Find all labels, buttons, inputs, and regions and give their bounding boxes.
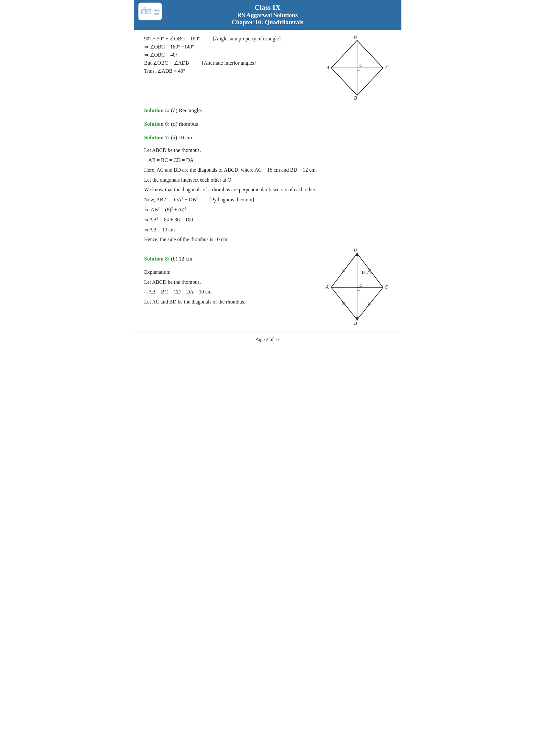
para-s7-6: Now, AB2 = OA2 + OB2 [Pythagoras theorem… <box>144 196 391 204</box>
para-s7-2: ∴ AB = BC = CD = DA <box>144 156 391 165</box>
math-line-3: ⇒ ∠OBC = 40° <box>144 52 317 58</box>
page-header: Study Path Class IX RS Aggarwal Solution… <box>134 0 401 30</box>
math-line-4: But ∠OBC = ∠ADB [Alternate interior angl… <box>144 60 317 66</box>
para-s7-4: Let the diagonals intersect each other a… <box>144 176 391 184</box>
solution8-heading: Solution 8: (b) 12 cm <box>144 256 317 262</box>
para-s7-1: Let ABCD be the rhombus. <box>144 146 391 154</box>
header-subtitle: RS Aggarwal Solutions <box>134 12 401 19</box>
svg-text:O: O <box>359 63 363 68</box>
header-title: Class IX <box>134 3 401 12</box>
svg-text:D: D <box>353 36 357 40</box>
svg-rect-18 <box>357 287 360 290</box>
diagram-rhombus-1: D C B A O <box>317 36 391 100</box>
logo: Study Path <box>138 3 162 20</box>
diagram-rhombus-2: 16 cm D C B A O <box>317 249 391 326</box>
math-line-1: 90° + 50° + ∠OBC = 180° [Angle sum prope… <box>144 36 317 42</box>
svg-text:A: A <box>325 284 329 290</box>
para-s7-10: Hence, the side of the rhombus is 10 cm. <box>144 235 391 244</box>
solution8-text: Solution 8: (b) 12 cm Explanation: Let A… <box>144 249 317 308</box>
para-s7-8: ⇒ AB2 = 64 + 36 = 100 <box>144 216 391 224</box>
svg-text:C: C <box>384 284 388 290</box>
svg-text:B: B <box>354 321 357 326</box>
solution4-text: 90° + 50° + ∠OBC = 180° [Angle sum prope… <box>144 36 317 76</box>
main-content: 90° + 50° + ∠OBC = 180° [Angle sum prope… <box>134 30 401 329</box>
svg-text:B: B <box>354 95 357 100</box>
para-s8-4: Let AC and BD be the diagonals of the rh… <box>144 298 317 306</box>
math-line-5: Thus, ∠ADB = 40° <box>144 68 317 74</box>
page-footer: Page 2 of 17 <box>134 333 401 345</box>
solution8-section: Solution 8: (b) 12 cm Explanation: Let A… <box>144 249 391 326</box>
header-chapter: Chapter 10: Quadrilaterals <box>134 19 401 26</box>
svg-text:16 cm: 16 cm <box>361 270 372 275</box>
para-s8-2: Let ABCD be the rhombus. <box>144 278 317 286</box>
svg-rect-3 <box>147 9 151 14</box>
solution7-heading: Solution 7: (a) 10 cm <box>144 134 391 141</box>
svg-text:D: D <box>353 249 357 253</box>
svg-text:O: O <box>359 283 363 288</box>
solution4-section: 90° + 50° + ∠OBC = 180° [Angle sum prope… <box>144 36 391 100</box>
solution6-heading: Solution 6: (d) rhombus <box>144 121 391 127</box>
para-s7-3: Here, AC and BD are the diagonals of ABC… <box>144 166 391 174</box>
para-s8-3: ∴ AB = BC = CD = DA = 10 cm <box>144 288 317 296</box>
svg-text:C: C <box>385 65 389 70</box>
para-s7-9: ⇒ AB = 10 cm <box>144 226 391 234</box>
svg-rect-2 <box>141 9 145 14</box>
math-line-2: ⇒ ∠OBC = 180° −140° <box>144 44 317 50</box>
svg-rect-9 <box>357 68 360 71</box>
page-number: Page 2 of 17 <box>255 337 279 342</box>
svg-text:A: A <box>326 65 330 70</box>
solution7-explanation: Let ABCD be the rhombus. ∴ AB = BC = CD … <box>144 146 391 244</box>
para-s7-7: ⇒ AB2 = (8)2 + (6)2 <box>144 205 391 214</box>
para-s8-1: Explanation: <box>144 268 317 276</box>
para-s7-5: We know that the diagonals of a rhombus … <box>144 185 391 194</box>
solution5-heading: Solution 5: (d) Rectangle. <box>144 107 391 114</box>
